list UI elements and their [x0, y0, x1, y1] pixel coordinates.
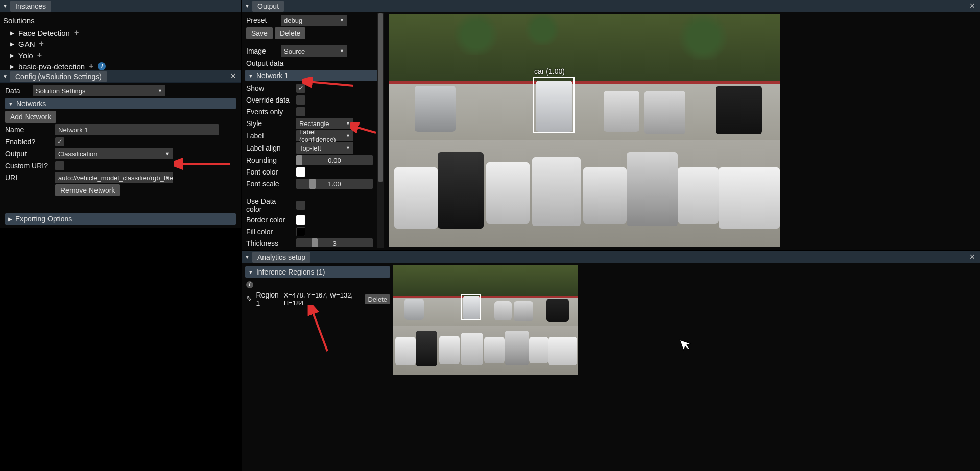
image-dropdown[interactable]: Source	[281, 45, 347, 57]
rounding-value: 0.00	[328, 156, 341, 164]
fontscale-label: Font scale	[246, 180, 293, 188]
close-icon[interactable]: ×	[227, 71, 239, 82]
solution-label: basic-pva-detection	[18, 62, 85, 71]
arrow-annotation	[302, 305, 338, 356]
add-icon[interactable]: +	[39, 39, 44, 48]
solution-yolo[interactable]: ▶ Yolo +	[3, 49, 238, 61]
custom-uri-label: Custom URI?	[5, 162, 52, 170]
add-icon[interactable]: +	[74, 28, 79, 37]
expand-icon: ▶	[8, 216, 12, 222]
expand-icon[interactable]: ▶	[10, 41, 14, 47]
override-label: Override data	[246, 96, 293, 104]
collapse-icon[interactable]: ▼	[2, 73, 8, 80]
collapse-icon[interactable]: ▼	[2, 3, 8, 9]
align-label: Label align	[246, 144, 293, 152]
remove-network-button[interactable]: Remove Network	[55, 184, 120, 196]
usedata-label: Use Data color	[246, 197, 293, 213]
info-icon[interactable]: i	[246, 281, 253, 288]
collapse-icon[interactable]: ▼	[244, 3, 250, 9]
delete-button[interactable]: Delete	[275, 27, 305, 39]
label-label: Label	[246, 132, 293, 140]
bordercolor-label: Border color	[246, 216, 293, 224]
solutions-tree: Solutions ▶ Face Detection + ▶ GAN + ▶ Y…	[0, 12, 241, 74]
show-label: Show	[246, 84, 293, 92]
edit-icon[interactable]: ✎	[245, 294, 253, 304]
cursor-icon	[678, 335, 695, 353]
svg-line-3	[312, 310, 327, 351]
output-tab[interactable]: Output	[252, 1, 284, 12]
add-network-button[interactable]: Add Network	[5, 111, 56, 123]
expand-icon[interactable]: ▶	[10, 30, 14, 36]
rounding-slider[interactable]: 0.00	[296, 155, 373, 165]
preset-dropdown[interactable]: debug	[281, 15, 347, 26]
show-checkbox[interactable]: ✓	[296, 84, 305, 93]
instances-tab[interactable]: Instances	[10, 1, 51, 12]
enabled-label: Enabled?	[5, 138, 52, 146]
config-header: ▼ Config (wSolution Settings) ×	[0, 70, 241, 83]
analytics-header: ▼ Analytics setup ×	[242, 251, 980, 263]
region-coords: X=478, Y=167, W=132, H=184	[284, 291, 362, 307]
info-icon[interactable]: i	[98, 62, 106, 70]
config-tab[interactable]: Config (wSolution Settings)	[10, 71, 107, 82]
fontcolor-well[interactable]	[296, 167, 305, 177]
style-dropdown[interactable]: Rectangle	[296, 118, 353, 129]
add-icon[interactable]: +	[37, 51, 42, 60]
region-name: Region 1	[256, 291, 280, 307]
delete-region-button[interactable]: Delete	[365, 294, 390, 304]
fillcolor-well[interactable]	[296, 227, 305, 236]
custom-uri-checkbox[interactable]	[55, 161, 64, 170]
enabled-checkbox[interactable]: ✓	[55, 137, 64, 146]
collapse-icon[interactable]: ▼	[244, 254, 250, 260]
output-data-label: Output data	[246, 59, 283, 67]
override-checkbox[interactable]	[296, 95, 305, 105]
networks-label: Networks	[16, 100, 46, 108]
thickness-value: 3	[332, 239, 336, 247]
close-icon[interactable]: ×	[966, 1, 978, 11]
bordercolor-well[interactable]	[296, 215, 305, 225]
expand-icon[interactable]: ▶	[10, 64, 14, 69]
add-icon[interactable]: +	[89, 62, 93, 71]
solution-label: Yolo	[18, 51, 33, 60]
close-icon[interactable]: ×	[966, 252, 978, 262]
fontscale-value: 1.00	[328, 180, 341, 187]
uri-dropdown[interactable]: auto://vehicle_model_classifier/rgb_ther…	[55, 172, 173, 183]
detection-label: car (1.00)	[534, 67, 565, 76]
events-checkbox[interactable]	[296, 107, 305, 116]
fontcolor-label: Font color	[246, 168, 293, 176]
network1-label: Network 1	[256, 71, 289, 80]
thickness-label: Thickness	[246, 239, 293, 247]
solution-face-detection[interactable]: ▶ Face Detection +	[3, 27, 238, 38]
analytics-viewport[interactable]: 👁	[393, 265, 578, 375]
fontscale-slider[interactable]: 1.00	[296, 179, 373, 189]
name-input[interactable]	[55, 124, 219, 135]
analytics-tab[interactable]: Analytics setup	[252, 252, 310, 263]
solution-label: Face Detection	[18, 29, 70, 37]
save-button[interactable]: Save	[246, 27, 273, 39]
collapse-icon: ▼	[248, 269, 253, 275]
output-header: ▼ Output ×	[242, 0, 980, 12]
preset-label: Preset	[246, 16, 278, 24]
detection-box	[533, 77, 575, 133]
solution-gan[interactable]: ▶ GAN +	[3, 38, 238, 49]
usedata-checkbox[interactable]	[296, 201, 305, 210]
output-viewport[interactable]: 👁 car (1.00)	[389, 14, 780, 247]
style-label: Style	[246, 119, 293, 128]
collapse-icon: ▼	[248, 73, 253, 79]
network1-section[interactable]: ▼ Network 1	[245, 70, 381, 81]
exporting-options-label: Exporting Options	[15, 215, 72, 223]
fillcolor-label: Fill color	[246, 228, 293, 236]
expand-icon[interactable]: ▶	[10, 53, 14, 58]
output-dropdown[interactable]: Classification	[55, 148, 173, 159]
thickness-slider[interactable]: 3	[296, 238, 373, 247]
networks-section[interactable]: ▼ Networks	[5, 98, 236, 109]
region-box	[461, 294, 481, 320]
output-label: Output	[5, 150, 52, 158]
data-dropdown[interactable]: Solution Settings	[33, 85, 165, 96]
output-scrollbar[interactable]	[377, 13, 384, 248]
exporting-options-section[interactable]: ▶ Exporting Options	[5, 213, 236, 225]
events-label: Events only	[246, 108, 293, 116]
label-dropdown[interactable]: Label (confidence)	[296, 130, 353, 141]
align-dropdown[interactable]: Top-left	[296, 142, 353, 154]
data-label: Data	[5, 87, 30, 95]
inference-regions-section[interactable]: ▼ Inference Regions (1)	[245, 266, 390, 278]
